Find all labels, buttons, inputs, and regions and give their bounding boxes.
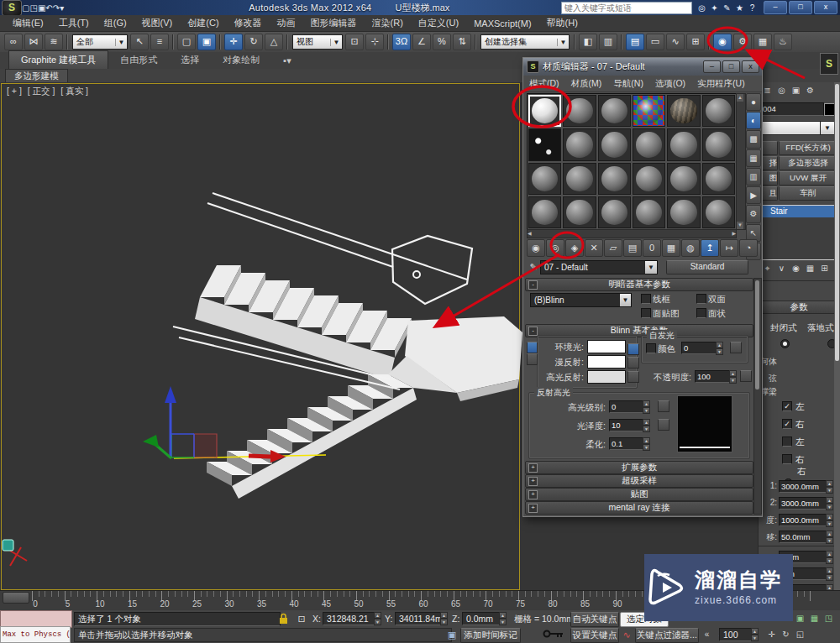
bind-to-spacewarp-icon[interactable]: ≋: [45, 34, 63, 50]
menu-item-工具(T)[interactable]: 工具(T): [51, 15, 97, 31]
opacity-spinner[interactable]: ▲▼: [729, 370, 737, 383]
checkbox-线框[interactable]: [641, 294, 651, 304]
material-sample-slot[interactable]: [597, 128, 632, 161]
material-sample-slot[interactable]: [666, 94, 701, 128]
material-sample-slot[interactable]: [562, 128, 596, 161]
unlink-selection-icon[interactable]: ⋈: [24, 34, 43, 50]
sample-vertical-scrollbar[interactable]: ▲ ▼: [736, 93, 746, 230]
material-sample-slot[interactable]: [666, 128, 701, 161]
me-menu-item-模式(D)[interactable]: 模式(D): [523, 76, 565, 91]
menu-item-组(G)[interactable]: 组(G): [97, 15, 134, 31]
tab-对象绘制[interactable]: 对象绘制: [211, 51, 271, 69]
tab-自由形式[interactable]: 自由形式: [108, 51, 169, 69]
steps-spinner-0-spinner[interactable]: ▲▼: [826, 551, 833, 563]
scroll-left-icon[interactable]: ◀: [528, 230, 532, 238]
material-sample-slot[interactable]: [562, 94, 596, 128]
search-icon[interactable]: ◎: [696, 3, 708, 13]
material-sample-slot[interactable]: [528, 128, 562, 161]
rollout-parameters[interactable]: 参数: [759, 301, 838, 314]
layout-spinner-1-field[interactable]: 3000.0mm: [779, 497, 827, 510]
pen-icon[interactable]: ✎: [721, 3, 733, 13]
diffuse-color-swatch[interactable]: [587, 355, 626, 369]
material-type-button[interactable]: Standard: [666, 260, 748, 274]
chevron-down-icon[interactable]: ▼: [330, 39, 342, 46]
material-sample-slot[interactable]: [632, 162, 666, 196]
make-unique-icon[interactable]: ◉: [789, 262, 803, 274]
handrail-checkbox-2[interactable]: [782, 437, 792, 447]
assign-material-to-selection-icon[interactable]: ◈: [565, 239, 584, 257]
tab-选择[interactable]: 选择: [169, 51, 211, 69]
layout-spinner-2-field[interactable]: 1000.0mm: [779, 514, 827, 526]
me-menu-item-选项(O)[interactable]: 选项(O): [649, 76, 691, 91]
material-sample-slot[interactable]: [562, 196, 596, 229]
align-icon[interactable]: ▥: [599, 34, 617, 50]
select-and-manipulate-icon[interactable]: ⊹: [365, 34, 384, 50]
key-mode-toggle-icon[interactable]: «: [700, 628, 714, 640]
menu-item-视图(V)[interactable]: 视图(V): [134, 15, 181, 31]
checkbox-面贴图[interactable]: [641, 308, 651, 318]
undo-icon[interactable]: ↶: [45, 3, 52, 13]
material-sample-slot[interactable]: [597, 94, 632, 128]
ribbon-toggle-icon[interactable]: ▭: [646, 34, 664, 50]
pan-view-icon[interactable]: ✛: [764, 628, 779, 640]
ribbon-overflow-icon[interactable]: ▪▾: [271, 53, 302, 69]
material-id-channel-icon[interactable]: 0: [643, 239, 661, 257]
window-crossing-icon[interactable]: ▣: [197, 34, 216, 50]
material-sample-slot[interactable]: [632, 196, 666, 229]
layout-spinner-2-spinner[interactable]: ▲▼: [826, 514, 833, 526]
specular-color-swatch[interactable]: [587, 370, 626, 384]
me-menu-item-实用程序(U)[interactable]: 实用程序(U): [691, 76, 751, 91]
material-map-navigator-small-icon[interactable]: ◔: [739, 239, 758, 257]
radio-closed[interactable]: [780, 339, 790, 348]
material-sample-slot[interactable]: [632, 128, 666, 161]
menu-item-图形编辑器[interactable]: 图形编辑器: [303, 15, 365, 31]
get-material-icon[interactable]: ◉: [527, 239, 545, 257]
zoom-extents-all-icon[interactable]: ▦: [807, 612, 822, 625]
handrail-checkbox-0[interactable]: ✓: [782, 401, 792, 411]
self-illum-value-field[interactable]: 0: [681, 342, 718, 354]
self-illum-spinner[interactable]: ▲▼: [716, 342, 723, 354]
utilities-tab-icon[interactable]: ⚙: [803, 84, 817, 97]
material-sample-slot[interactable]: [528, 162, 562, 196]
macro-recorder-pane[interactable]: [0, 610, 72, 628]
expand-icon[interactable]: +: [528, 504, 538, 513]
material-sample-slot[interactable]: [701, 94, 736, 128]
restore-icon[interactable]: □: [789, 1, 812, 14]
pick-material-from-object-icon[interactable]: ✎: [527, 262, 540, 273]
collapse-icon[interactable]: -: [528, 280, 538, 290]
rollout-贴图[interactable]: +贴图: [525, 488, 753, 501]
specular-map-button[interactable]: [627, 371, 639, 383]
expand-icon[interactable]: +: [528, 463, 538, 473]
y-spinner[interactable]: ▲▼: [440, 612, 448, 625]
layout-spinner-3-field[interactable]: 50.0mm: [779, 531, 827, 543]
time-slider-handle[interactable]: [3, 592, 29, 604]
scroll-down-icon[interactable]: ▼: [737, 222, 743, 229]
select-and-scale-icon[interactable]: △: [265, 34, 283, 50]
frame-spinner[interactable]: ▲▼: [751, 628, 759, 641]
handrail-checkbox-3[interactable]: [782, 454, 792, 464]
select-and-link-icon[interactable]: ∞: [4, 34, 23, 50]
schematic-view-icon[interactable]: ⊞: [686, 34, 705, 50]
maxscript-listener[interactable]: Max to Physcs (: [0, 626, 71, 643]
material-sample-slot[interactable]: [597, 162, 632, 196]
search-input[interactable]: [561, 2, 692, 14]
scroll-right-icon[interactable]: ▶: [732, 230, 736, 238]
me-menu-item-导航(N)[interactable]: 导航(N): [607, 76, 649, 91]
configure-modifier-sets-icon[interactable]: ⊞: [817, 262, 832, 274]
menu-item-修改器[interactable]: 修改器: [227, 15, 270, 31]
material-sample-slot[interactable]: [597, 196, 632, 229]
material-sample-slot[interactable]: [701, 128, 736, 161]
background-checker-icon[interactable]: ▩: [746, 130, 761, 148]
add-time-tag-button[interactable]: 添加时间标记: [460, 628, 521, 643]
menu-item-MAXScript(M)[interactable]: MAXScript(M): [466, 17, 538, 30]
set-key-button[interactable]: 设置关键点: [570, 628, 619, 643]
make-preview-icon[interactable]: ▶: [746, 186, 761, 204]
rectangular-selection-region-icon[interactable]: ▢: [177, 34, 196, 50]
checkbox-面状[interactable]: [696, 308, 706, 318]
favorites-star-icon[interactable]: ★: [733, 3, 746, 13]
material-sample-slot[interactable]: [562, 162, 596, 196]
reference-coordinate-dropdown[interactable]: 视图▼: [292, 34, 343, 50]
sample-horizontal-scrollbar[interactable]: ◀ ▶: [527, 229, 737, 238]
x-coord-field[interactable]: 312848.21: [323, 612, 380, 625]
spinner-snap-icon[interactable]: ⇅: [453, 34, 471, 50]
